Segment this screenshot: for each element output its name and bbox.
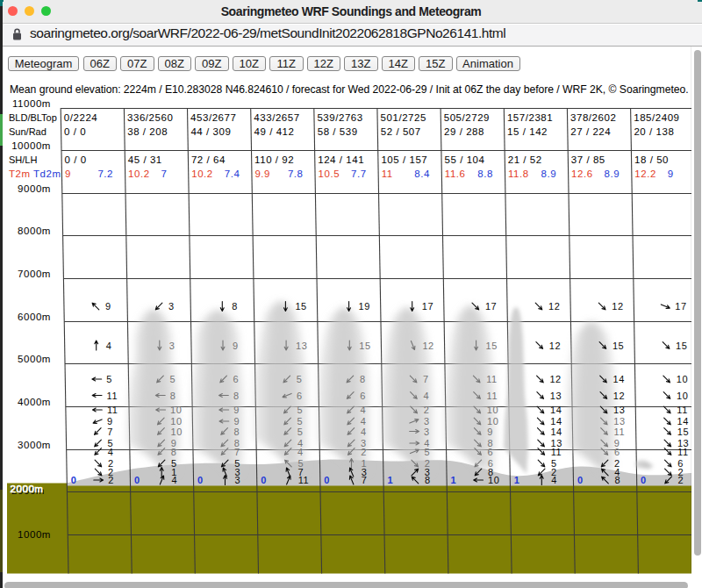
svg-text:15: 15 [486, 341, 498, 351]
svg-text:11.8: 11.8 [508, 169, 529, 179]
svg-text:15: 15 [676, 341, 687, 351]
svg-text:4: 4 [106, 341, 112, 351]
svg-text:3: 3 [168, 301, 175, 312]
svg-text:3: 3 [169, 341, 176, 351]
svg-text:T2m: T2m [9, 169, 31, 179]
svg-text:3: 3 [424, 416, 430, 427]
svg-text:55 / 104: 55 / 104 [445, 154, 485, 165]
svg-text:6000m: 6000m [18, 312, 51, 322]
svg-text:10: 10 [170, 405, 182, 415]
svg-text:5: 5 [424, 447, 430, 457]
svg-text:37 / 85: 37 / 85 [571, 154, 605, 165]
svg-text:12.2: 12.2 [634, 169, 656, 179]
svg-text:13: 13 [550, 391, 562, 401]
svg-text:4: 4 [361, 405, 367, 415]
svg-text:7000m: 7000m [18, 269, 51, 279]
svg-text:7.8: 7.8 [288, 169, 304, 179]
svg-text:8: 8 [234, 427, 240, 437]
svg-text:38 / 208: 38 / 208 [127, 126, 168, 137]
svg-text:378/2602: 378/2602 [570, 112, 616, 123]
svg-text:12: 12 [612, 301, 623, 312]
svg-text:17: 17 [422, 301, 433, 312]
svg-text:5: 5 [297, 427, 304, 437]
svg-text:11.6: 11.6 [445, 169, 466, 179]
svg-text:5000m: 5000m [18, 354, 51, 364]
svg-text:0: 0 [577, 475, 583, 485]
svg-text:14: 14 [550, 427, 562, 437]
svg-text:17: 17 [485, 301, 497, 312]
svg-text:15: 15 [612, 341, 624, 351]
svg-text:8000m: 8000m [18, 226, 51, 236]
svg-text:14: 14 [677, 416, 689, 427]
svg-text:14: 14 [613, 374, 625, 384]
svg-text:4: 4 [551, 475, 557, 485]
svg-text:19: 19 [359, 301, 370, 312]
svg-text:11: 11 [107, 391, 118, 401]
svg-text:157/2381: 157/2381 [507, 112, 553, 123]
svg-text:18 / 50: 18 / 50 [634, 154, 669, 165]
svg-text:5: 5 [297, 416, 304, 427]
svg-text:7.4: 7.4 [225, 169, 240, 179]
svg-text:3000m: 3000m [18, 440, 51, 450]
svg-text:15: 15 [359, 341, 370, 351]
svg-text:10.2: 10.2 [191, 169, 213, 179]
svg-text:4: 4 [361, 416, 367, 427]
svg-text:13: 13 [296, 341, 307, 351]
svg-text:6: 6 [488, 447, 494, 457]
svg-text:11: 11 [382, 169, 393, 179]
svg-text:9: 9 [107, 416, 113, 427]
svg-text:8.4: 8.4 [414, 169, 430, 179]
svg-text:15 / 142: 15 / 142 [507, 126, 548, 137]
svg-text:0: 0 [324, 475, 329, 485]
svg-text:4: 4 [171, 475, 177, 485]
svg-text:1: 1 [388, 475, 393, 485]
svg-text:7: 7 [362, 475, 368, 485]
svg-text:52 / 507: 52 / 507 [381, 126, 421, 137]
svg-text:9: 9 [105, 301, 111, 312]
svg-text:501/2725: 501/2725 [381, 112, 426, 123]
svg-text:49 / 412: 49 / 412 [254, 126, 295, 137]
svg-text:336/2560: 336/2560 [127, 112, 173, 123]
svg-text:185/2409: 185/2409 [634, 112, 679, 123]
svg-text:BLD/BLTop: BLD/BLTop [9, 112, 57, 123]
svg-text:29 / 288: 29 / 288 [444, 126, 484, 137]
svg-text:17: 17 [675, 301, 686, 312]
svg-text:2: 2 [361, 447, 367, 457]
svg-text:SH/LH: SH/LH [9, 154, 37, 165]
svg-text:7: 7 [107, 427, 113, 437]
svg-text:12: 12 [549, 341, 561, 351]
svg-text:6: 6 [614, 447, 620, 457]
svg-text:0: 0 [71, 475, 76, 485]
svg-text:2: 2 [108, 475, 114, 485]
svg-text:12: 12 [549, 374, 561, 384]
svg-text:9000m: 9000m [18, 183, 51, 194]
svg-text:12: 12 [613, 391, 625, 401]
svg-text:8.9: 8.9 [605, 169, 620, 179]
svg-text:8.9: 8.9 [541, 169, 557, 179]
svg-text:11: 11 [614, 427, 626, 437]
svg-text:Sun/Rad: Sun/Rad [9, 126, 47, 137]
svg-text:3: 3 [424, 427, 430, 437]
svg-text:5: 5 [297, 374, 303, 384]
svg-text:8: 8 [171, 447, 177, 457]
svg-text:11: 11 [107, 405, 118, 415]
svg-text:8: 8 [360, 374, 366, 384]
svg-text:13: 13 [613, 405, 625, 415]
svg-text:10: 10 [677, 374, 688, 384]
svg-text:6: 6 [297, 391, 303, 401]
svg-text:433/2657: 433/2657 [254, 112, 299, 123]
svg-text:7: 7 [234, 447, 240, 457]
svg-text:0/2224: 0/2224 [64, 112, 98, 123]
svg-text:8: 8 [170, 391, 176, 401]
svg-text:11: 11 [551, 447, 562, 457]
svg-text:1: 1 [451, 475, 456, 485]
svg-text:15: 15 [677, 427, 689, 437]
svg-text:7.2: 7.2 [97, 169, 113, 179]
svg-text:6: 6 [360, 391, 366, 401]
svg-text:10.2: 10.2 [128, 169, 150, 179]
svg-text:20 / 138: 20 / 138 [634, 126, 674, 137]
svg-text:0 / 0: 0 / 0 [64, 126, 86, 137]
svg-text:10000m: 10000m [11, 140, 51, 151]
svg-text:0: 0 [641, 475, 646, 485]
svg-text:453/2677: 453/2677 [190, 112, 236, 123]
